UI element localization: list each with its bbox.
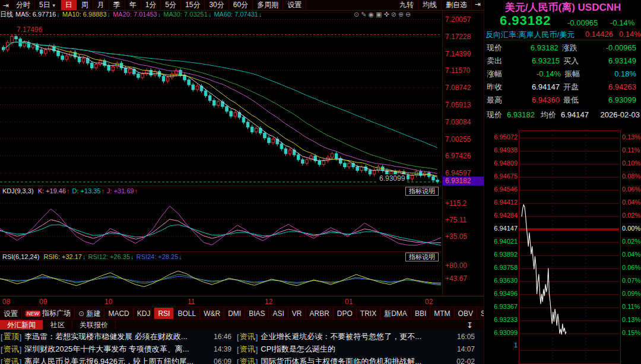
indicator-tab-BIAS[interactable]: BIAS [245, 308, 269, 320]
menu-item-九转[interactable]: 九转 [395, 0, 418, 10]
indicator-tab-BBI[interactable]: BBI [411, 308, 430, 320]
indicator-tab-TRIX[interactable]: TRIX [357, 308, 380, 320]
kdj-svg [0, 196, 441, 251]
avg-price-row: 现价 6.93182 均价 6.94147 2026-02-03 [487, 110, 640, 120]
intraday-chart[interactable] [519, 130, 621, 364]
kdj-hdr-arrow-icon: ↑ [66, 187, 70, 194]
rsi-name: RSI(6,12,24) [2, 253, 39, 260]
indicator-create-button[interactable]: ⊙ 新建 [75, 308, 104, 320]
menu-item-5分[interactable]: 5分 [161, 0, 181, 10]
news-tab-外汇新闻[interactable]: 外汇新闻 [0, 320, 43, 330]
news-item[interactable]: [ 资讯 ]国际货币体系与主权债务面临的危机和挑战解...02-02 [236, 356, 480, 364]
time-axis-label: 11 [188, 298, 195, 306]
candlestick-chart[interactable]: 7.17496 6.93099 [0, 18, 441, 186]
menu-item-年[interactable]: 年 [125, 0, 141, 10]
indicator-tab-DPO[interactable]: DPO [334, 308, 357, 320]
menu-item-分时[interactable]: 分时 [12, 0, 35, 10]
panel-icon[interactable]: ▣ [376, 10, 382, 18]
hand-icon[interactable]: ✜ [383, 10, 389, 18]
main-axis-label: 7.14399 [445, 50, 471, 58]
ma-arrow-icon: ↓ [259, 10, 262, 18]
indicator-tab-MTM[interactable]: MTM [430, 308, 454, 320]
create-label: 新建 [86, 309, 100, 318]
news-tag: 资讯 [240, 331, 255, 342]
news-item[interactable]: [ 置顶 ]李迅雷：若想实现楼市稳健发展 必须在财政政...16:46 [0, 331, 236, 343]
menu-item-均线[interactable]: 均线 [418, 0, 442, 10]
menu-item-季[interactable]: 季 [109, 0, 125, 10]
gear-icon[interactable]: ⊙ [354, 10, 359, 18]
intraday-price-label: 6.94412 [485, 199, 518, 206]
collapse-right-icon[interactable]: ⇥ [472, 0, 484, 10]
intraday-pct-label: 0.02% [622, 238, 641, 245]
lock-icon[interactable]: ⊘ [391, 10, 396, 18]
indicator-tab-OBV[interactable]: OBV [455, 308, 477, 320]
pencil-icon[interactable]: ✎ [361, 10, 366, 18]
menu-item-设置[interactable]: 设置 [283, 0, 306, 10]
zoom-in-icon[interactable]: ⊕ [398, 10, 404, 18]
indicator-tab-ARBR[interactable]: ARBR [306, 308, 334, 320]
news-item[interactable]: [ 资讯 ]企业增长避坑必读：不要被符号忽悠了，更不...16:05 [236, 331, 480, 343]
menu-item-周[interactable]: 周 [77, 0, 93, 10]
news-title: 国际货币体系与主权债务面临的危机和挑战解... [261, 356, 453, 364]
quote-label: 开盘 [563, 81, 585, 94]
intraday-price-label: 6.95072 [485, 133, 518, 141]
menu-item-60分[interactable]: 60分 [229, 0, 253, 10]
last-price: 6.93182 [500, 13, 551, 28]
indicator-tab-MACD[interactable]: MACD [104, 308, 133, 320]
news-item[interactable]: [ 资讯 ]离岸人民币兑美元报6.9426元，较上周五纽约尾...06:09 [0, 356, 236, 364]
menu-item-多周期[interactable]: 多周期 [253, 0, 283, 10]
download-icon[interactable]: ↧ [467, 321, 473, 330]
indicator-tab-ASI[interactable]: ASI [269, 308, 288, 320]
news-tab-社区[interactable]: 社区 [43, 320, 72, 330]
indicator-plaza-button[interactable]: NEW指标广场 [22, 307, 75, 320]
rsi-hdr-arrow-icon: ↓ [179, 253, 182, 260]
avg-value: 6.94147 [561, 110, 589, 120]
kdj-axis-label: +115.2 [445, 199, 467, 207]
rsi-help-button[interactable]: 指标说明 [405, 253, 439, 261]
indicator-tab-DMI[interactable]: DMI [224, 308, 245, 320]
indicator-tab-BOLL[interactable]: BOLL [174, 308, 200, 320]
bracket-open: [ [1, 345, 3, 354]
collapse-left-icon[interactable]: ⇥ [0, 1, 12, 9]
news-title: 深圳财政2025年十件大事发布 专项债改革、离... [24, 344, 210, 355]
ma-arrow-icon: ↓ [158, 10, 161, 18]
intraday-pct-label: 0.06% [622, 186, 641, 193]
kdj-hdr-value-0: K: +19.46 [38, 187, 66, 194]
menu-item-月[interactable]: 月 [93, 0, 109, 10]
ma-value-0: MA5: 6.97716 [15, 10, 56, 18]
quote-panel: 美元/人民币(离) USDCNH 6.93182 -0.00965 -0.14%… [484, 0, 641, 364]
indicator-tab-RSI[interactable]: RSI [154, 308, 174, 320]
bracket-open: [ [1, 333, 3, 341]
main-axis-label: 7.11570 [445, 66, 471, 75]
news-item[interactable]: [ 资讯 ]CPI指数是怎么诞生的14:07 [236, 343, 480, 355]
ma-arrow-icon: ↓ [208, 10, 212, 18]
bracket-open: [ [237, 357, 239, 364]
indicator-tab-KDJ[interactable]: KDJ [134, 308, 155, 320]
intraday-price-label: 6.93758 [485, 264, 518, 271]
indicator-tab-VR[interactable]: VR [288, 308, 306, 320]
menu-item-30分[interactable]: 30分 [205, 0, 229, 10]
zoom-out-icon[interactable]: ⊖ [405, 10, 411, 18]
cur-value: 6.93182 [507, 110, 535, 120]
menu-item-删自选[interactable]: 删自选 [442, 0, 472, 10]
kdj-pane[interactable]: KDJ(9,3,3) K: +19.46↑D: +13.35↑J: +31.69… [0, 186, 441, 252]
intraday-price-label: 6.94675 [485, 173, 518, 180]
bracket-close: ] [20, 345, 22, 354]
indicator-settings-button[interactable]: 设置 [0, 308, 22, 320]
quote-row: 卖出6.93215买入6.93149 [487, 55, 640, 68]
menu-item-15分[interactable]: 15分 [181, 0, 205, 10]
rsi-pane[interactable]: RSI(6,12,24) RSI6: +32.17↓RSI12: +26.35↓… [0, 251, 441, 296]
news-tab-关联报价[interactable]: 关联报价 [72, 320, 116, 330]
kdj-help-button[interactable]: 指标说明 [405, 187, 439, 196]
period-menubar: ⇥ 分时5日▼日周月季年1分5分15分30分60分多周期设置 九转均线删自选⇥ [0, 0, 484, 11]
menu-item-日[interactable]: 日 [61, 0, 77, 10]
eye-icon[interactable]: ◉ [368, 10, 374, 18]
menu-item-5日[interactable]: 5日▼ [35, 0, 61, 10]
quote-label: 最低 [563, 94, 585, 107]
quote-grid: 现价6.93182涨跌-0.00965卖出6.93215买入6.93149涨幅-… [487, 41, 640, 107]
indicator-tab-新DMA[interactable]: 新DMA [380, 308, 411, 320]
quote-value: -0.00965 [583, 41, 640, 55]
news-item[interactable]: [ 资讯 ]深圳财政2025年十件大事发布 专项债改革、离...14:39 [0, 343, 236, 355]
menu-item-1分[interactable]: 1分 [141, 0, 161, 10]
indicator-tab-W&R[interactable]: W&R [200, 308, 224, 320]
